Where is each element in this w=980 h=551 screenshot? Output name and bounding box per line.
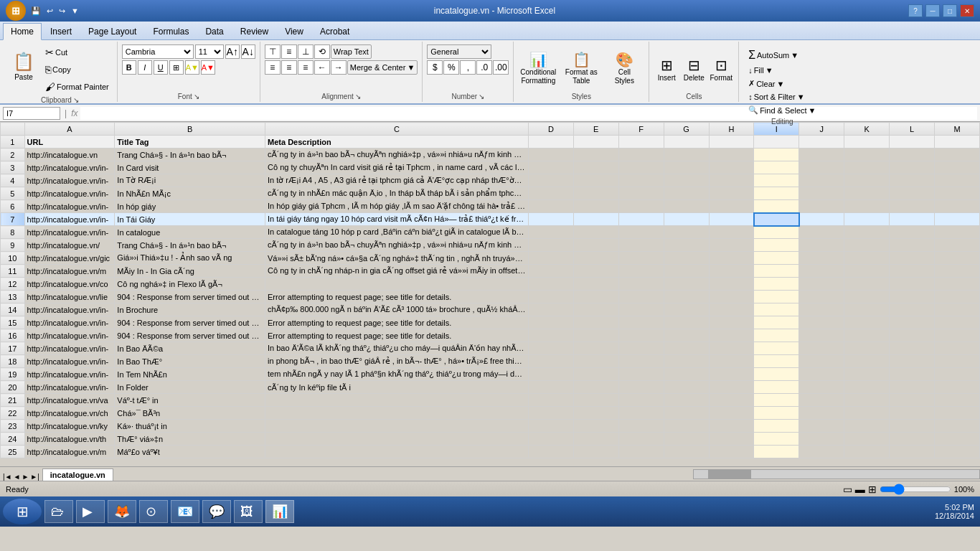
cell-12-12[interactable] [890, 278, 935, 291]
row-header-11[interactable]: 11 [1, 265, 25, 278]
cell-18-7[interactable] [664, 355, 709, 368]
cell-6-3[interactable]: In hóp giáy giá Tphcm , lÃ m hóp giáy ,l… [265, 200, 529, 213]
taskbar-excel[interactable]: 📊 [265, 500, 294, 523]
cell-16-1[interactable]: http://incatalogue.vn/in- [24, 329, 115, 342]
row-header-21[interactable]: 21 [1, 394, 25, 407]
delete-button[interactable]: ⊟ Delete [681, 47, 707, 90]
cell-18-6[interactable] [618, 355, 664, 368]
font-expand-icon[interactable]: ↘ [194, 93, 199, 100]
merge-center-button[interactable]: Merge & Center ▼ [347, 60, 418, 75]
cell-25-13[interactable] [934, 446, 979, 458]
cell-9-8[interactable] [709, 239, 754, 252]
cell-19-11[interactable] [844, 368, 890, 381]
col-header-G[interactable]: G [664, 123, 709, 136]
cell-25-12[interactable] [890, 446, 935, 458]
cell-13-6[interactable] [618, 291, 664, 303]
cell-14-8[interactable] [709, 303, 754, 316]
cell-10-11[interactable] [844, 252, 890, 265]
cell-14-11[interactable] [844, 303, 890, 316]
cell-11-4[interactable] [528, 265, 573, 278]
cell-19-10[interactable] [799, 368, 844, 381]
italic-button[interactable]: I [138, 60, 152, 75]
col-header-H[interactable]: H [709, 123, 754, 136]
cell-16-8[interactable] [709, 329, 754, 342]
cell-19-13[interactable] [934, 368, 979, 381]
cell-11-9[interactable] [754, 265, 799, 278]
cell-13-2[interactable]: 904 : Response from server timed out wit… [115, 291, 265, 303]
taskbar-outlook[interactable]: 📧 [171, 500, 199, 523]
cell-8-7[interactable] [664, 226, 709, 239]
cell-8-11[interactable] [844, 226, 890, 239]
cell-4-3[interactable]: In tờ rÆ¡i A4 , A5 , A3 giá rẻ tại tphcm… [265, 174, 529, 187]
cell-7-10[interactable] [799, 213, 844, 226]
merge-dropdown-icon[interactable]: ▼ [407, 63, 415, 72]
cell-4-12[interactable] [890, 174, 935, 187]
cell-25-10[interactable] [799, 446, 844, 458]
find-dropdown-icon[interactable]: ▼ [809, 106, 816, 115]
text-orient-btn[interactable]: ⟲ [314, 44, 330, 59]
cell-2-11[interactable] [844, 149, 890, 161]
cell-7-3[interactable]: In tái giáy táng ngay 10 hóp card visit … [265, 213, 529, 226]
cell-24-13[interactable] [934, 433, 979, 446]
cell-18-9[interactable] [754, 355, 799, 368]
cell-5-10[interactable] [799, 187, 844, 200]
cell-13-8[interactable] [709, 291, 754, 303]
cell-16-7[interactable] [664, 329, 709, 342]
cell-17-7[interactable] [664, 342, 709, 355]
cell-21-12[interactable] [890, 394, 935, 407]
cell-7-12[interactable] [890, 213, 935, 226]
cell-9-7[interactable] [664, 239, 709, 252]
format-painter-button[interactable]: 🖌 Format Painter [42, 79, 113, 95]
page-layout-btn[interactable]: ▬ [855, 484, 865, 495]
cell-22-10[interactable] [799, 407, 844, 420]
cell-12-8[interactable] [709, 278, 754, 291]
page-break-btn[interactable]: ⊞ [868, 484, 877, 495]
cell-7-1[interactable]: http://incatalogue.vn/in- [24, 213, 115, 226]
cell-1-3[interactable]: Meta Description [265, 136, 529, 149]
cell-10-2[interactable]: Giá»›i Thiá»‡u ! - Ảnh sao vÃ ng [115, 252, 265, 265]
cell-1-2[interactable]: Title Tag [115, 136, 265, 149]
increase-decimal-btn[interactable]: .00 [493, 60, 509, 75]
cell-10-4[interactable] [528, 252, 573, 265]
cell-15-9[interactable] [754, 316, 799, 329]
cell-18-5[interactable] [573, 355, 618, 368]
clear-dropdown-icon[interactable]: ▼ [776, 80, 784, 88]
row-header-24[interactable]: 24 [1, 433, 25, 446]
number-expand-icon[interactable]: ↘ [479, 93, 484, 100]
cell-9-4[interactable] [528, 239, 573, 252]
cell-5-6[interactable] [618, 187, 664, 200]
cell-13-1[interactable]: http://incatalogue.vn/lie [24, 291, 115, 303]
fill-button[interactable]: ↓ Fill ▼ [745, 65, 819, 76]
cell-9-9[interactable] [754, 239, 799, 252]
cell-20-10[interactable] [799, 381, 844, 394]
cell-5-3[interactable]: cÃ´ng ty in nhÃ£n mác quận Ä‚io , In thá… [265, 187, 529, 200]
cell-5-12[interactable] [890, 187, 935, 200]
cell-24-11[interactable] [844, 433, 890, 446]
cell-8-5[interactable] [573, 226, 618, 239]
cell-17-13[interactable] [934, 342, 979, 355]
cell-18-13[interactable] [934, 355, 979, 368]
cell-17-4[interactable] [528, 342, 573, 355]
cell-12-3[interactable] [265, 278, 529, 291]
cell-13-11[interactable] [844, 291, 890, 303]
cell-23-5[interactable] [573, 420, 618, 433]
cell-20-9[interactable] [754, 381, 799, 394]
cell-5-4[interactable] [528, 187, 573, 200]
copy-button[interactable]: ⎘ Copy [42, 62, 113, 77]
cell-14-10[interactable] [799, 303, 844, 316]
fill-dropdown-icon[interactable]: ▼ [765, 66, 773, 75]
cell-7-11[interactable] [844, 213, 890, 226]
align-middle-btn[interactable]: ≡ [281, 44, 297, 59]
cell-1-8[interactable] [709, 136, 754, 149]
cell-13-3[interactable]: Error attempting to request page; see ti… [265, 291, 529, 303]
cell-5-2[interactable]: In NhÃ£n MÃ¡c [115, 187, 265, 200]
cell-4-9[interactable] [754, 174, 799, 187]
cell-9-10[interactable] [799, 239, 844, 252]
cell-14-5[interactable] [573, 303, 618, 316]
cell-20-5[interactable] [573, 381, 618, 394]
cell-2-12[interactable] [890, 149, 935, 161]
tab-home[interactable]: Home [3, 23, 42, 40]
cell-5-11[interactable] [844, 187, 890, 200]
close-button[interactable]: ✕ [960, 4, 974, 17]
cell-10-7[interactable] [664, 252, 709, 265]
